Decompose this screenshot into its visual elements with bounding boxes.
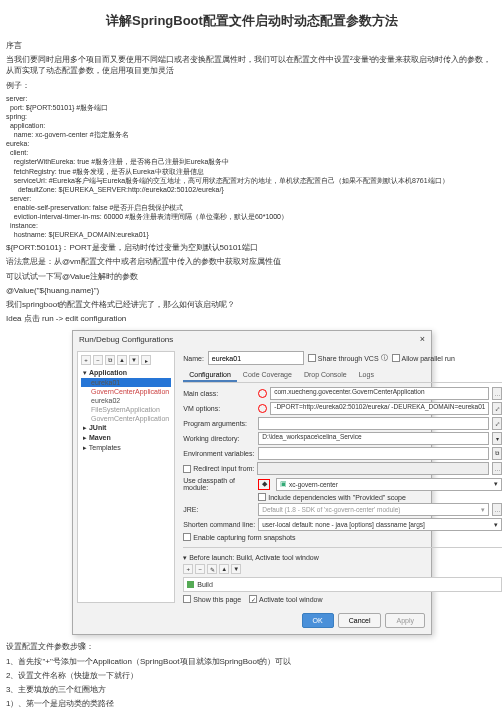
activate-checkbox[interactable]: ✓Activate tool window (249, 595, 322, 603)
shorten-select[interactable]: user-local default: none - java [options… (258, 518, 502, 531)
tree-item-govern[interactable]: GovernCenterApplication (81, 387, 171, 396)
apply-button[interactable]: Apply (385, 613, 425, 628)
tree-node-junit[interactable]: ▸ JUnit (81, 423, 171, 433)
close-icon[interactable]: × (420, 334, 425, 344)
tree-item-govern2[interactable]: GovernCenterApplication (81, 414, 171, 423)
tree-item-eureka01[interactable]: eureka01 (81, 378, 171, 387)
mainclass-label: Main class: (183, 390, 255, 397)
before-add[interactable]: + (183, 564, 193, 574)
enable-capture-checkbox[interactable]: Enable capturing form snapshots (183, 533, 295, 541)
shorten-label: Shorten command line: (183, 521, 255, 528)
browse-env[interactable]: ⧉ (492, 447, 502, 460)
up-button[interactable]: ▲ (117, 355, 127, 365)
main-panel: Name: Share through VCS ⓘ Allow parallel… (179, 347, 504, 607)
preface-heading: 序言 (6, 40, 498, 51)
before-launch-label: ▾ Before launch: Build, Activate tool wi… (183, 554, 502, 562)
explain-3: 可以试试一下写@Value注解时的参数 (6, 271, 498, 282)
include-deps-checkbox[interactable]: Include dependencies with "Provided" sco… (258, 493, 406, 501)
example-heading: 例子： (6, 80, 498, 91)
step-3: 3、主要填放的三个红圈地方 (6, 684, 498, 695)
redirect-checkbox[interactable]: Redirect input from: (183, 465, 254, 473)
red-square: ◆ (258, 479, 270, 490)
tree-node-application[interactable]: ▾ Application (81, 368, 171, 378)
explain-1: ${PORT:50101}：PORT是变量，启动时传过变量为空则默认50101端… (6, 242, 498, 253)
ok-button[interactable]: OK (302, 613, 334, 628)
progargs-input[interactable] (258, 417, 489, 430)
red-circle-2 (258, 404, 267, 413)
tree-toolbar: + − ⧉ ▲ ▼ ▸ (81, 355, 171, 365)
redirect-input (257, 462, 489, 475)
folder-button[interactable]: ▸ (141, 355, 151, 365)
progargs-label: Program arguments: (183, 420, 255, 427)
env-label: Environment variables: (183, 450, 255, 457)
explain-4: @Value("${huang.name}") (6, 285, 498, 296)
run-debug-dialog: Run/Debug Configurations × + − ⧉ ▲ ▼ ▸ ▾… (72, 330, 432, 635)
before-up[interactable]: ▲ (219, 564, 229, 574)
remove-button[interactable]: − (93, 355, 103, 365)
env-input[interactable] (258, 447, 489, 460)
page-title: 详解SpringBoot配置文件启动时动态配置参数方法 (6, 12, 498, 30)
browse-workdir[interactable]: ▾ (492, 432, 502, 445)
build-icon (187, 581, 194, 588)
expand-progargs[interactable]: ⤢ (492, 417, 502, 430)
jre-select[interactable]: Default (1.8 - SDK of 'xc-govern-center'… (258, 503, 489, 516)
code-block-1: server: port: ${PORT:50101} #服务端口 spring… (6, 94, 498, 240)
dialog-title: Run/Debug Configurations (79, 335, 173, 344)
copy-button[interactable]: ⧉ (105, 355, 115, 365)
idea-instruction: Idea 点击 run -> edit configuration (6, 313, 498, 324)
tree-item-fs[interactable]: FileSystemApplication (81, 405, 171, 414)
module-icon: ▣ (280, 480, 287, 488)
tab-logs[interactable]: Logs (353, 369, 380, 382)
before-down[interactable]: ▼ (231, 564, 241, 574)
dialog-title-bar: Run/Debug Configurations × (73, 331, 431, 347)
add-button[interactable]: + (81, 355, 91, 365)
tab-bar: Configuration Code Coverage Drop Console… (183, 369, 502, 383)
share-checkbox[interactable]: Share through VCS ⓘ (308, 353, 388, 363)
mainclass-input[interactable]: com.xuecheng.govecenter.GovernCenterAppl… (270, 387, 489, 400)
steps-heading: 设置配置文件参数步骤： (6, 641, 498, 652)
tab-configuration[interactable]: Configuration (183, 369, 237, 382)
explain-2: 语法意思是：从@vm配置文件中或者启动配置中传入的参数中获取对应属性值 (6, 256, 498, 267)
build-task[interactable]: Build (183, 577, 502, 592)
before-edit[interactable]: ✎ (207, 564, 217, 574)
question: 我们springboot的配置文件格式已经讲完了，那么如何该启动呢？ (6, 299, 498, 310)
preface-text: 当我们要同时启用多个项目而又要使用不同端口或者变换配置属性时，我们可以在配置文件… (6, 54, 498, 76)
red-circle-1 (258, 389, 267, 398)
show-page-checkbox[interactable]: Show this page (183, 595, 241, 603)
tab-code-coverage[interactable]: Code Coverage (237, 369, 298, 382)
step-3-1: 1）、第一个是启动类的类路径 (6, 698, 498, 709)
step-2: 2、设置文件名称（快捷放一下就行） (6, 670, 498, 681)
cancel-button[interactable]: Cancel (338, 613, 382, 628)
step-1: 1、首先按"+"号添加一个Application（SpringBoot项目就添加… (6, 656, 498, 667)
name-input[interactable] (208, 351, 304, 365)
dialog-buttons: OK Cancel Apply (73, 607, 431, 634)
allow-parallel-checkbox[interactable]: Allow parallel run (392, 354, 455, 362)
browse-jre[interactable]: … (492, 503, 502, 516)
tree-node-templates[interactable]: ▸ Templates (81, 443, 171, 453)
expand-vm[interactable]: ⤢ (492, 402, 502, 415)
tab-drop-console[interactable]: Drop Console (298, 369, 353, 382)
browse-mainclass[interactable]: … (492, 387, 502, 400)
jre-label: JRE: (183, 506, 255, 513)
classpath-label: Use classpath of module: (183, 477, 255, 491)
name-label: Name: (183, 355, 204, 362)
classpath-select[interactable]: ▣ xc-govern-center▾ (276, 478, 502, 491)
browse-redirect[interactable]: … (492, 462, 502, 475)
before-remove[interactable]: − (195, 564, 205, 574)
down-button[interactable]: ▼ (129, 355, 139, 365)
vm-label: VM options: (183, 405, 255, 412)
workdir-label: Working directory: (183, 435, 255, 442)
config-tree[interactable]: + − ⧉ ▲ ▼ ▸ ▾ Application eureka01 Gover… (77, 351, 175, 603)
workdir-input[interactable]: D:\idea_workspace\celina_Service (258, 432, 489, 445)
tree-node-maven[interactable]: ▸ Maven (81, 433, 171, 443)
tree-item-eureka02[interactable]: eureka02 (81, 396, 171, 405)
vm-input[interactable]: -DPORT=http://eureka02:50102/eureka/ -DE… (270, 402, 489, 415)
